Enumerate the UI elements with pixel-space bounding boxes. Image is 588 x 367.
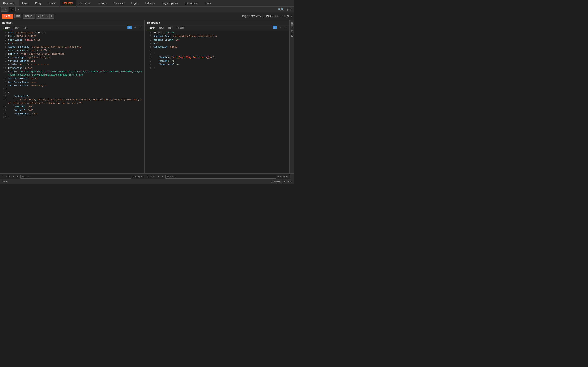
request-code-area[interactable]: 1POST /api/activity HTTP/1.12Host: 127.0… [0, 30, 144, 173]
tab-response-pretty[interactable]: Pretty [147, 26, 157, 30]
response-search-help[interactable]: ? [147, 175, 149, 178]
request-view-pretty-btn[interactable]: ≡ [127, 26, 132, 29]
nav-learn[interactable]: Learn [201, 0, 214, 6]
response-panel: Response Pretty Raw Hex Render ≡ ↵ ☰ 1HT… [145, 20, 290, 173]
nav-decoder[interactable]: Decoder [95, 0, 111, 6]
toolbar-right: Target: http://127.0.0.1:1337 ✏ HTTP/1 ? [242, 15, 292, 18]
table-row: 21 "weight": "47", [0, 108, 144, 112]
panels-wrapper: Request Pretty Raw Hex ≡ ↵ ☰ 1POST /api/… [0, 20, 294, 173]
tab-2[interactable]: 2 × [9, 7, 16, 12]
line-content: Content-Type: application/json [8, 56, 143, 59]
line-number: 3 [2, 38, 6, 42]
line-number: 18 [2, 94, 6, 98]
line-content: Content-Length: 201 [8, 59, 143, 63]
response-panel-header: Response [145, 20, 289, 25]
tab-request-hex[interactable]: Hex [21, 26, 29, 30]
tab-1-close[interactable]: × [5, 8, 6, 10]
tab-response-raw[interactable]: Raw [157, 26, 166, 30]
nav-dashboard[interactable]: Dashboard [0, 0, 18, 6]
forward-dropdown[interactable]: ▼ [50, 14, 54, 18]
inspector-label: INSPECTOR [291, 22, 293, 37]
nav-intruder[interactable]: Intruder [45, 0, 60, 6]
table-row: 4Date: [145, 42, 289, 45]
request-search-input[interactable] [20, 175, 131, 179]
line-number: 15 [2, 84, 6, 87]
tab-request-raw[interactable]: Raw [12, 26, 21, 30]
table-row: 9 "weight":42, [145, 59, 289, 63]
http-version-help-icon[interactable]: ? [291, 15, 292, 18]
table-row: 6Accept-Encoding: gzip, deflate [0, 49, 144, 52]
more-icon[interactable]: ⋮ [286, 7, 292, 11]
nav-sequencer[interactable]: Sequencer [76, 0, 95, 6]
request-search-prev[interactable]: ◄ [12, 175, 15, 178]
send-button[interactable]: Send [2, 14, 13, 18]
line-content: Connection: close [8, 66, 143, 70]
request-search-settings[interactable]: ⚙ [5, 175, 10, 178]
table-row: 10Origin: http://127.0.0.1:1337 [0, 63, 144, 66]
response-title: Response [147, 21, 160, 24]
request-view-wrap-btn[interactable]: ↵ [133, 26, 137, 29]
response-search-settings[interactable]: ⚙ [150, 175, 155, 178]
line-content: Content-Length: 68 [153, 38, 288, 42]
tab-1[interactable]: 1 × [1, 7, 8, 12]
nav-target[interactable]: Target [18, 0, 32, 6]
back-dropdown[interactable]: ▼ [41, 14, 45, 18]
line-number: 11 [2, 66, 6, 70]
line-content: "health":"HTB{f4k3_fl4g_f0r_t3st1ng}\n", [153, 56, 288, 59]
response-view-pretty-btn[interactable]: ≡ [273, 26, 277, 29]
table-row: 20 "health": "61", [0, 105, 144, 108]
line-number: 19 [2, 98, 6, 105]
request-view-more-btn[interactable]: ☰ [138, 26, 143, 29]
settings-button[interactable]: ⚙ [15, 14, 21, 18]
nav-comparer[interactable]: Comparer [111, 0, 128, 6]
line-number: 22 [2, 112, 6, 115]
nav-repeater[interactable]: Repeater [60, 0, 76, 6]
line-content: "activity": [8, 94, 143, 98]
response-view-controls: ≡ ↵ ☰ [273, 26, 288, 30]
line-content: POST /api/activity HTTP/1.1 [8, 31, 143, 34]
line-number: 5 [2, 45, 6, 49]
line-content: Accept: */* [8, 42, 143, 45]
request-search-next[interactable]: ► [16, 175, 19, 178]
add-tab-button[interactable]: + [16, 7, 21, 12]
inspector-search-spacer [290, 174, 294, 179]
line-content: Accept-Language: es-ES,es;q=0.8,en-US;q=… [8, 45, 143, 49]
nav-logger[interactable]: Logger [128, 0, 142, 6]
tab-response-hex[interactable]: Hex [166, 26, 174, 30]
response-search-next[interactable]: ► [161, 175, 164, 178]
tab-2-close[interactable]: × [12, 8, 14, 10]
response-code-area[interactable]: 1HTTP/1.1 200 OK2Content-Type: applicati… [145, 30, 289, 173]
line-content: Accept-Encoding: gzip, deflate [8, 49, 143, 52]
nav-bar: Dashboard Target Proxy Intruder Repeater… [0, 0, 294, 7]
response-tabs: Pretty Raw Hex Render ≡ ↵ ☰ [145, 25, 289, 30]
table-row: 1HTTP/1.1 200 OK [145, 31, 289, 34]
forward-button[interactable]: ► [45, 14, 50, 18]
tab-response-render[interactable]: Render [174, 26, 186, 30]
table-row: 14Sec-Fetch-Mode: cors [0, 80, 144, 84]
line-number: 9 [2, 59, 6, 63]
search-icon[interactable]: 🔍 [278, 8, 284, 11]
response-search-input[interactable] [165, 175, 276, 179]
request-search-help[interactable]: ? [2, 175, 4, 178]
line-content: } [153, 66, 288, 70]
line-number: 21 [2, 108, 6, 112]
table-row: 13Sec-Fetch-Dest: empty [0, 77, 144, 80]
nav-project-options[interactable]: Project options [158, 0, 181, 6]
table-row: 3Content-Length: 68 [145, 38, 289, 42]
nav-extender[interactable]: Extender [142, 0, 158, 6]
nav-user-options[interactable]: User options [181, 0, 201, 6]
table-row: 2Host: 127.0.0.1:1337 [0, 34, 144, 38]
response-view-more-btn[interactable]: ☰ [283, 26, 288, 29]
response-view-wrap-btn[interactable]: ↵ [278, 26, 282, 29]
response-search-prev[interactable]: ◄ [156, 175, 160, 178]
line-number: 1 [147, 31, 151, 34]
edit-target-icon[interactable]: ✏ [275, 15, 279, 17]
table-row: 11} [145, 66, 289, 70]
table-row: 4Accept: */* [0, 42, 144, 45]
back-button[interactable]: ◄ [36, 14, 41, 18]
table-row: 5Connection: close [145, 45, 289, 49]
request-panel: Request Pretty Raw Hex ≡ ↵ ☰ 1POST /api/… [0, 20, 144, 173]
cancel-button[interactable]: Cancel [23, 14, 35, 18]
tab-request-pretty[interactable]: Pretty [2, 26, 12, 30]
nav-proxy[interactable]: Proxy [32, 0, 45, 6]
